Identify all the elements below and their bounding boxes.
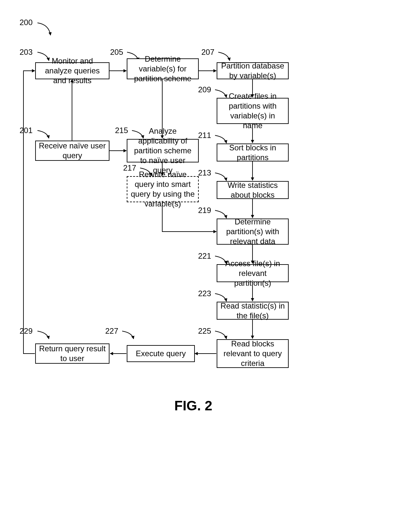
node-text: Return query result to user [38,344,106,363]
node-create-files: Create files in partitions with variable… [217,98,289,124]
node-text: Read statistic(s) in the file(s) [220,301,285,321]
node-monitor-analyze: Monitor and analyze queries and results [35,62,109,79]
node-read-stats: Read statistic(s) in the file(s) [217,302,289,320]
node-text: Access file(s) in relevant partition(s) [220,259,285,288]
ref-label-223: 223 [198,289,211,298]
ref-label-201: 201 [20,126,33,135]
node-sort-blocks: Sort blocks in partitions [217,144,289,161]
node-access-files: Access file(s) in relevant partition(s) [217,264,289,282]
node-analyze-applicability: Analyze applicability of partition schem… [127,139,199,162]
node-text: Write statistics about blocks [220,180,285,200]
node-text: Partition database by variable(s) [220,61,285,81]
node-text: Create files in partitions with variable… [220,91,285,130]
node-text: Monitor and analyze queries and results [38,56,106,85]
figure-ref-label: 200 [20,18,33,27]
ref-label-209: 209 [198,85,211,94]
ref-label-207: 207 [201,48,214,57]
ref-label-229: 229 [20,327,33,336]
node-rewrite-query: Rewrite naïve query into smart query by … [127,176,199,202]
ref-label-221: 221 [198,251,211,261]
ref-label-215: 215 [115,126,128,135]
node-text: Determine variable(s) for partition sche… [130,54,195,84]
node-text: Rewrite naïve query into smart query by … [130,170,195,209]
figure-caption: FIG. 2 [174,398,212,414]
node-text: Read blocks relevant to query criteria [220,339,285,368]
ref-label-213: 213 [198,168,211,177]
node-text: Receive naïve user query [38,141,106,160]
node-execute-query: Execute query [127,345,195,362]
node-text: Determine partition(s) with relevant dat… [220,217,285,246]
ref-label-211: 211 [198,131,211,140]
node-partition-db: Partition database by variable(s) [217,62,289,79]
ref-label-225: 225 [198,327,211,336]
node-receive-query: Receive naïve user query [35,141,109,161]
ref-label-219: 219 [198,206,211,215]
node-determine-partitions: Determine partition(s) with relevant dat… [217,219,289,245]
node-write-stats: Write statistics about blocks [217,181,289,199]
node-determine-variables: Determine variable(s) for partition sche… [127,58,199,79]
ref-label-203: 203 [20,48,33,57]
node-text: Execute query [136,349,186,358]
ref-label-205: 205 [110,48,123,57]
ref-label-227: 227 [105,327,118,336]
node-text: Sort blocks in partitions [220,143,285,162]
node-read-blocks: Read blocks relevant to query criteria [217,339,289,368]
node-return-result: Return query result to user [35,343,109,364]
node-text: Analyze applicability of partition schem… [130,126,195,175]
